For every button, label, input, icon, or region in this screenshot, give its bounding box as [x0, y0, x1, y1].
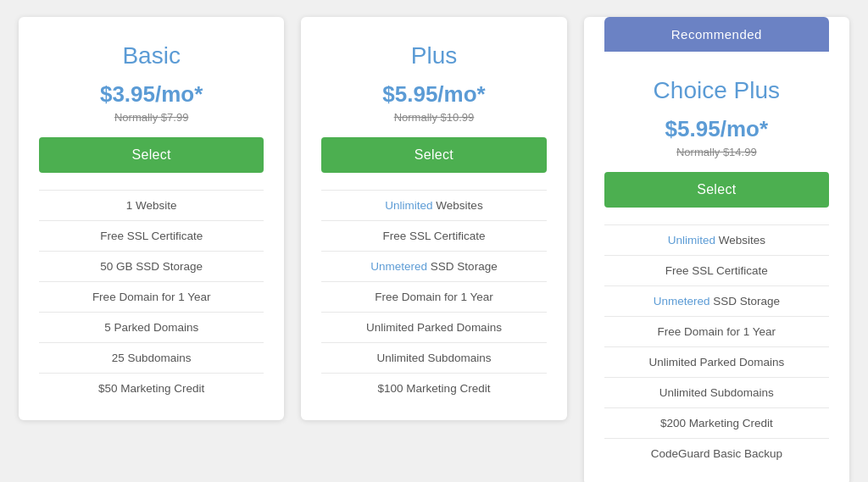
feature-item: Unlimited Parked Domains	[321, 312, 546, 342]
feature-item: Unmetered SSD Storage	[604, 285, 829, 316]
feature-item: Free SSL Certificate	[321, 220, 546, 251]
feature-item: Unlimited Parked Domains	[604, 346, 829, 377]
feature-item: CodeGuard Basic Backup	[604, 438, 829, 468]
plan-normal-price-basic: Normally $7.99	[39, 111, 264, 124]
feature-item: Unlimited Websites	[321, 190, 546, 220]
feature-item: 5 Parked Domains	[39, 312, 264, 342]
highlight-text: Unmetered	[370, 260, 427, 273]
feature-item: Unmetered SSD Storage	[321, 251, 546, 281]
feature-item: Unlimited Websites	[604, 224, 829, 255]
feature-list-basic: 1 WebsiteFree SSL Certificate50 GB SSD S…	[39, 190, 264, 403]
plan-card-choice-plus: Recommended Choice Plus $5.95/mo* Normal…	[584, 17, 849, 482]
feature-item: Unlimited Subdomains	[604, 377, 829, 407]
feature-item: $50 Marketing Credit	[39, 373, 264, 403]
select-button-basic[interactable]: Select	[39, 137, 264, 173]
highlight-text: Unmetered	[654, 295, 710, 307]
feature-item: Free Domain for 1 Year	[321, 281, 546, 312]
feature-item: 25 Subdomains	[39, 342, 264, 373]
plan-card-plus: Plus $5.95/mo* Normally $10.99 Select Un…	[301, 17, 566, 420]
plan-name-basic: Basic	[39, 42, 264, 69]
feature-item: Free SSL Certificate	[39, 220, 264, 251]
plan-price-plus: $5.95/mo*	[321, 81, 546, 108]
feature-item: Unlimited Subdomains	[321, 342, 546, 373]
highlight-text: Unlimited	[668, 234, 715, 247]
plan-name-choice-plus: Choice Plus	[604, 77, 829, 104]
feature-item: $200 Marketing Credit	[604, 407, 829, 438]
select-button-plus[interactable]: Select	[321, 137, 546, 173]
highlight-text: Unlimited	[385, 199, 432, 212]
feature-list-choice-plus: Unlimited WebsitesFree SSL CertificateUn…	[604, 224, 829, 468]
feature-item: Free SSL Certificate	[604, 255, 829, 285]
plan-name-plus: Plus	[321, 42, 546, 69]
plan-card-basic: Basic $3.95/mo* Normally $7.99 Select 1 …	[19, 17, 284, 420]
recommended-badge: Recommended	[604, 17, 829, 52]
feature-list-plus: Unlimited WebsitesFree SSL CertificateUn…	[321, 190, 546, 403]
plan-price-basic: $3.95/mo*	[39, 81, 264, 108]
feature-item: 1 Website	[39, 190, 264, 220]
feature-item: Free Domain for 1 Year	[39, 281, 264, 312]
plan-normal-price-choice-plus: Normally $14.99	[604, 146, 829, 158]
plan-price-choice-plus: $5.95/mo*	[604, 116, 829, 142]
feature-item: Free Domain for 1 Year	[604, 316, 829, 346]
plan-normal-price-plus: Normally $10.99	[321, 111, 546, 124]
feature-item: $100 Marketing Credit	[321, 373, 546, 403]
select-button-choice-plus[interactable]: Select	[604, 172, 829, 208]
feature-item: 50 GB SSD Storage	[39, 251, 264, 281]
plans-container: Basic $3.95/mo* Normally $7.99 Select 1 …	[19, 17, 849, 482]
